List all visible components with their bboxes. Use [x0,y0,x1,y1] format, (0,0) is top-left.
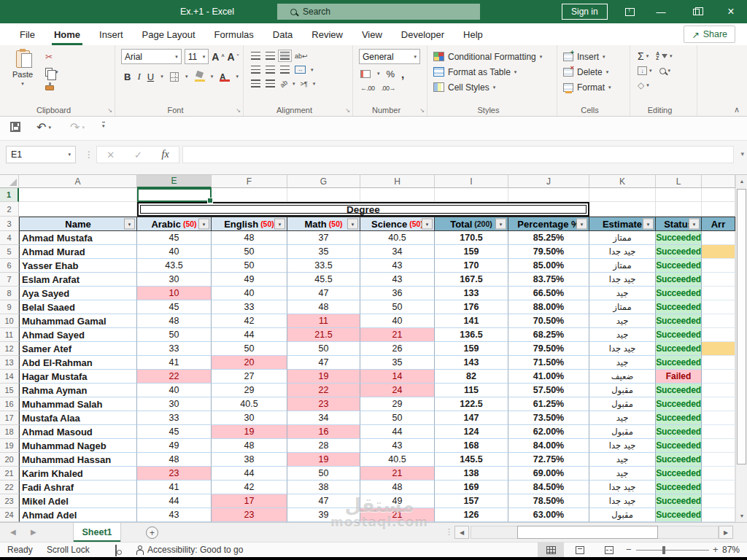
cell-name[interactable]: Samer Atef [19,342,137,356]
cell-name[interactable]: Mikel Adel [19,494,137,508]
column-header-G[interactable]: G [287,175,360,188]
insert-cells-button[interactable]: Insert ▾ [563,49,625,64]
cell-total[interactable]: 143 [435,356,508,370]
increase-font-size-button[interactable]: A^ [212,51,224,63]
cell-estimate[interactable]: جيد جدا [589,494,656,508]
cell-total[interactable]: 141 [435,314,508,328]
cell-science[interactable]: 43 [360,273,435,287]
tab-help[interactable]: Help [454,23,492,45]
cell-arabic[interactable]: 30 [137,273,212,287]
cell-arabic[interactable]: 10 [137,287,212,300]
cell-name[interactable]: Muhammad Hassan [19,453,137,467]
cell-estimate[interactable]: جيد [589,287,656,300]
cell-empty[interactable] [656,188,702,202]
decrease-font-size-button[interactable]: Aˇ [228,51,239,63]
cell-empty[interactable] [508,188,589,202]
filter-dropdown-icon[interactable]: ▼ [643,219,654,230]
row-header-7[interactable]: 7 [0,273,19,287]
cell-english[interactable]: 49 [212,273,287,287]
cell-empty[interactable] [287,188,360,202]
cell-arabic[interactable]: 41 [137,356,212,370]
cell-science[interactable]: 40.5 [360,453,435,467]
cell-english[interactable]: 50 [212,259,287,273]
row-header-14[interactable]: 14 [0,370,19,384]
table-header-total[interactable]: Total(200)▼ [435,217,508,231]
expand-formula-bar-button[interactable]: ▾ [740,150,744,158]
cell-status[interactable]: Succeeded [656,508,702,522]
column-header-partial[interactable] [702,175,735,188]
cell-percentage[interactable]: 68.25% [508,328,589,342]
cell-science[interactable]: 49 [360,494,435,508]
filter-dropdown-icon[interactable]: ▼ [347,219,358,230]
cell-english[interactable]: 44 [212,467,287,481]
cell-total[interactable]: 115 [435,384,508,397]
cell-math[interactable]: 19 [287,370,360,384]
customize-qat-button[interactable]: ▾ [102,122,105,129]
cell-total[interactable]: 157 [435,494,508,508]
cell-status[interactable]: Succeeded [656,356,702,370]
cell-arr[interactable] [702,508,735,522]
cell-math[interactable]: 48 [287,300,360,314]
row-header-10[interactable]: 10 [0,314,19,328]
align-center-icon[interactable] [266,66,275,74]
cell-math[interactable]: 21.5 [287,328,360,342]
row-header-24[interactable]: 24 [0,508,19,522]
cell-arr[interactable] [702,453,735,467]
cell-science[interactable]: 50 [360,300,435,314]
table-header-name[interactable]: Name▼ [19,217,137,231]
rtl-paragraph-icon[interactable]: >¶ [301,80,308,88]
cell-math[interactable]: 28 [287,439,360,453]
cell-status[interactable]: Succeeded [656,287,702,300]
column-header-K[interactable]: K [589,175,656,188]
tab-developer[interactable]: Developer [392,23,454,45]
cell-english[interactable]: 48 [212,439,287,453]
cell-english[interactable]: 44 [212,328,287,342]
row-header-11[interactable]: 11 [0,328,19,342]
cell-science[interactable]: 35 [360,356,435,370]
cell-name[interactable]: Fadi Ashraf [19,481,137,494]
degree-merged-header[interactable]: Degree [137,202,589,217]
cell-math[interactable]: 47 [287,494,360,508]
row-header-19[interactable]: 19 [0,439,19,453]
cell-total[interactable]: 82 [435,370,508,384]
cell-science[interactable]: 21 [360,508,435,522]
cell-math[interactable]: 33.5 [287,259,360,273]
cell-science[interactable]: 26 [360,342,435,356]
cell-estimate[interactable]: جيد جدا [589,439,656,453]
cell-total[interactable]: 122.5 [435,397,508,411]
cell-total[interactable]: 136.5 [435,328,508,342]
table-header-estimate[interactable]: Estimate▼ [589,217,656,231]
cell-english[interactable]: 27 [212,370,287,384]
tab-insert[interactable]: Insert [90,23,133,45]
minimize-button[interactable]: — [648,0,674,23]
previous-sheet-icon[interactable]: ◀ [10,528,16,536]
orientation-icon[interactable]: ab [279,78,289,88]
cell-name[interactable]: Ahmad Adel [19,508,137,522]
find-select-button[interactable]: ▾ [659,68,671,74]
cell-english[interactable]: 48 [212,231,287,245]
cell-arr[interactable] [702,439,735,453]
cell-estimate[interactable]: جيد [589,453,656,467]
sign-in-button[interactable]: Sign in [562,4,608,20]
cell-arr[interactable] [702,314,735,328]
zoom-out-button[interactable]: − [626,544,632,555]
cell-status[interactable]: Succeeded [656,300,702,314]
cell-percentage[interactable]: 70.50% [508,314,589,328]
cell-arabic[interactable]: 45 [137,425,212,439]
zoom-slider-handle[interactable] [662,546,665,554]
cancel-entry-button[interactable]: ✕ [107,149,115,160]
cell-estimate[interactable]: جيد [589,314,656,328]
cell-arr[interactable] [702,328,735,342]
cell-arabic[interactable]: 45 [137,300,212,314]
cell-science[interactable]: 21 [360,328,435,342]
cell-english[interactable]: 40 [212,287,287,300]
cell-empty[interactable] [19,188,137,202]
cell-arr[interactable] [702,342,735,356]
cell-total[interactable]: 138 [435,467,508,481]
row-header-2[interactable]: 2 [0,202,19,217]
cell-arabic[interactable]: 40 [137,384,212,397]
row-header-17[interactable]: 17 [0,411,19,425]
scroll-right-icon[interactable]: ▶ [719,526,733,539]
row-header-18[interactable]: 18 [0,425,19,439]
cell-status[interactable]: Succeeded [656,245,702,259]
